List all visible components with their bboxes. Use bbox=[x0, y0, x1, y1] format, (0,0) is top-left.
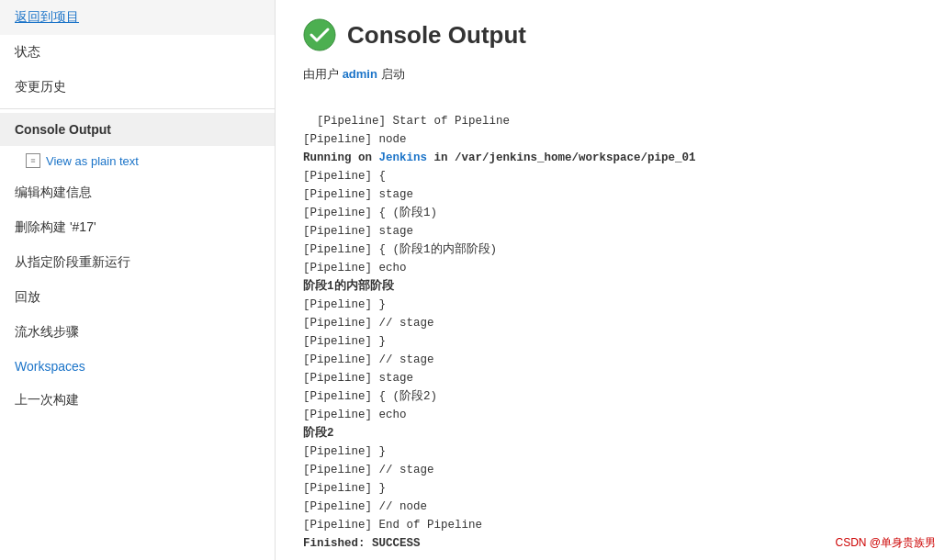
success-check-icon bbox=[303, 18, 336, 51]
sidebar-item-change-history[interactable]: 变更历史 bbox=[0, 70, 275, 105]
console-line: [Pipeline] stage bbox=[303, 225, 413, 238]
console-line: [Pipeline] } bbox=[303, 482, 386, 495]
sidebar-item-label: 回放 bbox=[15, 289, 40, 304]
sidebar-item-replay[interactable]: 回放 bbox=[0, 280, 275, 315]
sidebar-item-delete-build[interactable]: 删除构建 '#17' bbox=[0, 210, 275, 245]
console-line: [Pipeline] echo bbox=[303, 409, 407, 421]
admin-user-link[interactable]: admin bbox=[343, 67, 377, 81]
console-line: [Pipeline] End of Pipeline bbox=[303, 519, 482, 532]
console-line: [Pipeline] // stage bbox=[303, 317, 434, 330]
sidebar-item-label: Workspaces bbox=[15, 359, 85, 374]
sidebar-item-status[interactable]: 状态 bbox=[0, 35, 275, 70]
sidebar-item-label: 上一次构建 bbox=[15, 392, 79, 407]
console-line: 阶段1的内部阶段 bbox=[303, 280, 394, 293]
sidebar-item-label: 流水线步骤 bbox=[15, 324, 79, 339]
page-header: Console Output bbox=[303, 18, 917, 51]
sidebar-item-edit-build-info[interactable]: 编辑构建信息 bbox=[0, 175, 275, 210]
sidebar-item-restart-from-stage[interactable]: 从指定阶段重新运行 bbox=[0, 245, 275, 280]
console-output-area: [Pipeline] Start of Pipeline [Pipeline] … bbox=[303, 94, 917, 553]
console-line: [Pipeline] } bbox=[303, 445, 386, 458]
console-line: [Pipeline] { (阶段1的内部阶段) bbox=[303, 243, 497, 256]
console-line: Finished: SUCCESS bbox=[303, 537, 421, 550]
sidebar-item-label: View as plain text bbox=[46, 154, 139, 168]
sidebar-item-back-to-project[interactable]: 返回到项目 bbox=[0, 0, 275, 35]
console-line: [Pipeline] // node bbox=[303, 500, 427, 513]
console-line: [Pipeline] } bbox=[303, 335, 386, 348]
build-subtitle: 由用户 admin 启动 bbox=[303, 66, 917, 83]
sidebar: 返回到项目状态变更历史Console Output≡View as plain … bbox=[0, 0, 276, 560]
console-line: [Pipeline] echo bbox=[303, 262, 407, 274]
sidebar-item-label: Console Output bbox=[15, 122, 111, 137]
console-line: [Pipeline] { bbox=[303, 170, 386, 183]
sidebar-item-label: 从指定阶段重新运行 bbox=[15, 254, 130, 269]
watermark: CSDN @单身贵族男 bbox=[835, 535, 936, 551]
sidebar-item-workspaces[interactable]: Workspaces bbox=[0, 350, 275, 383]
sidebar-item-label: 删除构建 '#17' bbox=[15, 219, 96, 234]
console-line: Running on Jenkins in /var/jenkins_home/… bbox=[303, 151, 696, 164]
document-icon: ≡ bbox=[26, 153, 40, 168]
svg-point-0 bbox=[304, 19, 335, 50]
console-line: [Pipeline] stage bbox=[303, 188, 413, 201]
console-line: [Pipeline] { (阶段1) bbox=[303, 207, 437, 219]
sidebar-item-label: 状态 bbox=[15, 44, 40, 59]
console-line: [Pipeline] node bbox=[303, 133, 407, 146]
sidebar-divider bbox=[0, 108, 275, 109]
sidebar-item-view-plain-text[interactable]: ≡View as plain text bbox=[0, 146, 275, 175]
console-line: [Pipeline] Start of Pipeline bbox=[317, 115, 510, 128]
console-line: [Pipeline] } bbox=[303, 298, 386, 311]
console-line: [Pipeline] // stage bbox=[303, 353, 434, 366]
console-line: [Pipeline] { (阶段2) bbox=[303, 390, 437, 403]
sidebar-item-previous-build[interactable]: 上一次构建 bbox=[0, 383, 275, 418]
subtitle-prefix: 由用户 bbox=[303, 67, 339, 81]
sidebar-item-label: 返回到项目 bbox=[15, 9, 79, 24]
console-line: 阶段2 bbox=[303, 427, 334, 440]
console-line: [Pipeline] stage bbox=[303, 372, 413, 385]
console-line: [Pipeline] // stage bbox=[303, 464, 434, 476]
sidebar-item-console-output[interactable]: Console Output bbox=[0, 113, 275, 146]
page-title: Console Output bbox=[347, 21, 526, 50]
sidebar-item-pipeline-steps[interactable]: 流水线步骤 bbox=[0, 315, 275, 350]
sidebar-item-label: 变更历史 bbox=[15, 79, 66, 94]
subtitle-suffix: 启动 bbox=[381, 67, 405, 81]
sidebar-item-label: 编辑构建信息 bbox=[15, 185, 92, 199]
main-content: Console Output 由用户 admin 启动 [Pipeline] S… bbox=[276, 0, 945, 560]
